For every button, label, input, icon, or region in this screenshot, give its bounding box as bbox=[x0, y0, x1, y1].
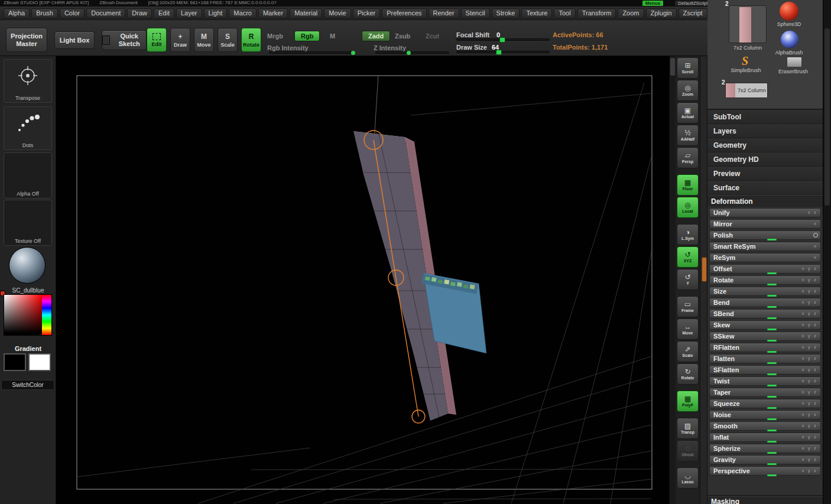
z-intensity-slider-label[interactable]: Z Intensity bbox=[374, 44, 406, 51]
subpalette-header[interactable]: Geometry HD bbox=[707, 152, 823, 167]
deformation-row[interactable]: RFlatten x y z bbox=[709, 343, 821, 352]
shelf-button[interactable]: ⊞ Scroll bbox=[677, 57, 699, 79]
zsub-toggle[interactable]: Zsub bbox=[395, 32, 410, 40]
axis-toggles[interactable]: x y z bbox=[802, 378, 817, 384]
color-picker[interactable] bbox=[4, 294, 52, 336]
deformation-row[interactable]: Twist x y z bbox=[709, 376, 821, 386]
color-picker-gradient[interactable] bbox=[4, 295, 42, 335]
column-tool-item[interactable]: 7x2 Column bbox=[725, 83, 768, 98]
zcut-toggle[interactable]: Zcut bbox=[426, 32, 439, 40]
rgb-toggle[interactable]: Rgb bbox=[294, 31, 320, 41]
slider-indicator[interactable] bbox=[767, 441, 777, 443]
deformation-row[interactable]: Skew x y z bbox=[709, 320, 821, 330]
slider-indicator[interactable] bbox=[767, 306, 777, 308]
menu-item[interactable]: Preferences bbox=[382, 8, 426, 18]
deformation-row[interactable]: Spherize x y z bbox=[709, 444, 821, 453]
slider-indicator[interactable] bbox=[767, 362, 777, 364]
secondary-color-swatch[interactable] bbox=[28, 353, 51, 371]
deformation-row[interactable]: Unify x z bbox=[709, 208, 821, 217]
menus-button[interactable]: Menus bbox=[642, 0, 664, 6]
deformation-row[interactable]: SSkew x y z bbox=[709, 331, 821, 341]
panel-scrollbar[interactable] bbox=[823, 0, 831, 504]
menu-item[interactable]: Alpha bbox=[4, 8, 30, 18]
slider-indicator[interactable] bbox=[767, 418, 777, 420]
panel-divider-scrollbar[interactable] bbox=[700, 56, 707, 504]
menu-item[interactable]: Movie bbox=[324, 8, 350, 18]
m-toggle[interactable]: M bbox=[330, 32, 335, 40]
menu-item[interactable]: Edit bbox=[154, 8, 174, 18]
deformation-row[interactable]: Taper x y z bbox=[709, 388, 821, 397]
panel-divider-handle[interactable] bbox=[702, 257, 707, 282]
zadd-toggle[interactable]: Zadd bbox=[362, 31, 390, 41]
panel-scrollbar-handle[interactable] bbox=[824, 28, 830, 206]
shelf-button[interactable]: ↔ Move bbox=[677, 318, 699, 340]
shelf-button[interactable]: ◎ Local bbox=[677, 197, 699, 218]
menu-item[interactable]: Material bbox=[290, 8, 322, 18]
transpose-tool[interactable]: Transpose bbox=[4, 59, 52, 103]
shelf-button[interactable]: ◡ Lasso bbox=[677, 467, 699, 489]
color-picker-rainbow[interactable] bbox=[42, 295, 51, 335]
slider-indicator[interactable] bbox=[767, 407, 777, 409]
rgb-intensity-slider-label[interactable]: Rgb Intensity bbox=[267, 44, 309, 51]
mode-button[interactable]: R Rotate bbox=[241, 28, 261, 52]
z-intensity-slider[interactable] bbox=[375, 51, 449, 54]
rgb-intensity-handle[interactable] bbox=[351, 51, 355, 55]
focal-shift-handle[interactable] bbox=[499, 37, 505, 43]
eraserbrush-thumbnail[interactable] bbox=[787, 57, 802, 67]
menu-item[interactable]: Picker bbox=[353, 8, 381, 18]
subpalette-header[interactable]: SubTool bbox=[707, 110, 823, 124]
mode-button[interactable]: S Scale bbox=[218, 28, 238, 52]
slider-indicator[interactable] bbox=[767, 474, 777, 476]
shelf-button[interactable]: ▱ Persp bbox=[677, 147, 699, 168]
deformation-row[interactable]: Bend x y z bbox=[709, 298, 821, 307]
modifier-circle-icon[interactable] bbox=[813, 233, 818, 238]
axis-toggles[interactable]: x y z bbox=[802, 446, 817, 451]
shelf-button[interactable]: ⇗ Scale bbox=[677, 341, 699, 362]
axis-toggles[interactable]: x y z bbox=[802, 423, 817, 429]
deformation-row[interactable]: Squeeze x y z bbox=[709, 399, 821, 408]
menu-item[interactable]: Zscript bbox=[679, 8, 707, 18]
shelf-button[interactable]: ▣ Actual bbox=[677, 102, 699, 123]
axis-toggles[interactable]: x y z bbox=[802, 333, 817, 339]
deformation-row[interactable]: Polish bbox=[709, 230, 821, 240]
slider-indicator[interactable] bbox=[767, 272, 777, 274]
menu-item[interactable]: Zoom bbox=[618, 8, 644, 18]
slider-indicator[interactable] bbox=[767, 385, 777, 386]
axis-toggles[interactable]: x z bbox=[808, 210, 817, 216]
axis-toggles[interactable]: x bbox=[814, 221, 817, 227]
shelf-button[interactable]: ▭ Frame bbox=[677, 296, 699, 317]
menu-item[interactable]: Marker bbox=[258, 8, 288, 18]
texture-selector[interactable]: Texture Off bbox=[4, 200, 52, 246]
axis-toggles[interactable]: x y z bbox=[802, 367, 817, 373]
shelf-button[interactable]: ↺ Y bbox=[677, 269, 699, 290]
primary-color-swatch[interactable] bbox=[4, 353, 26, 371]
light-box-button[interactable]: Light Box bbox=[54, 31, 95, 49]
canvas-scrollbar-handle[interactable] bbox=[670, 58, 675, 76]
sphere3d-thumbnail[interactable] bbox=[780, 2, 798, 21]
deformation-header[interactable]: Deformation bbox=[707, 195, 823, 207]
deformation-row[interactable]: Offset x y z bbox=[709, 264, 821, 274]
rgb-intensity-slider[interactable] bbox=[269, 51, 355, 54]
axis-toggles[interactable]: x y z bbox=[802, 401, 817, 407]
slider-indicator[interactable] bbox=[767, 430, 777, 431]
material-sphere[interactable] bbox=[9, 247, 46, 284]
axis-toggles[interactable]: x y z bbox=[802, 468, 817, 474]
axis-toggles[interactable]: x y z bbox=[802, 389, 817, 395]
mode-button[interactable]: + Draw bbox=[170, 28, 190, 52]
subpalette-header[interactable]: Layers bbox=[707, 124, 823, 138]
draw-size-slider[interactable] bbox=[456, 51, 550, 53]
mode-button[interactable]: Edit bbox=[147, 28, 167, 52]
shelf-button[interactable]: ▦ Floor bbox=[677, 174, 699, 196]
simplebrush-thumbnail[interactable]: S bbox=[742, 54, 748, 67]
menu-item[interactable]: Tool bbox=[554, 8, 575, 18]
deformation-row[interactable]: Rotate x y z bbox=[709, 275, 821, 285]
menu-item[interactable]: Light bbox=[204, 8, 228, 18]
canvas-scrollbar[interactable] bbox=[669, 56, 676, 504]
slider-indicator[interactable] bbox=[767, 396, 777, 398]
slider-indicator[interactable] bbox=[767, 452, 777, 454]
shelf-button[interactable]: ↺ XYZ bbox=[677, 246, 699, 268]
menu-item[interactable]: Zplugin bbox=[646, 8, 677, 18]
menu-item[interactable]: Texture bbox=[521, 8, 552, 18]
deformation-row[interactable]: Size x y z bbox=[709, 287, 821, 296]
draw-size-handle[interactable] bbox=[496, 50, 502, 55]
